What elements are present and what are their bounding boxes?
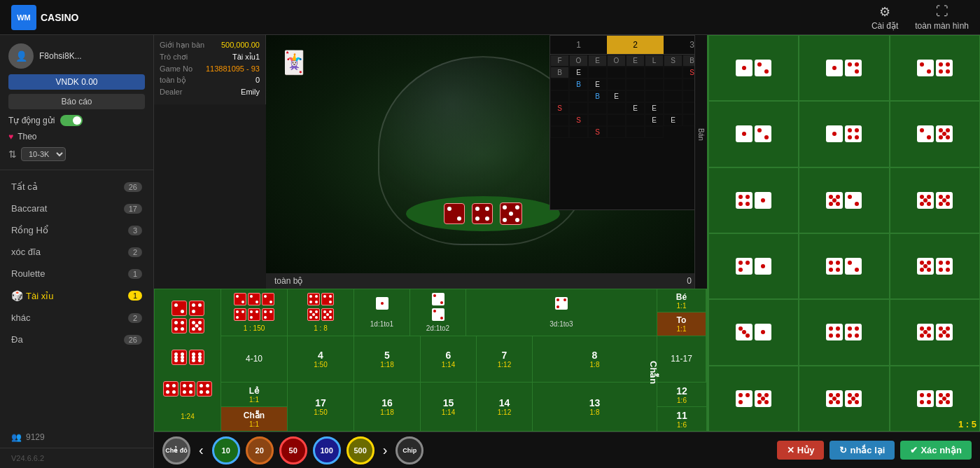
le-cell[interactable]: Lẻ 1:1 bbox=[221, 383, 287, 407]
hg-header: L bbox=[645, 55, 664, 67]
rp-cell[interactable] bbox=[799, 167, 889, 233]
combo-col-1[interactable]: 1 : 150 bbox=[221, 289, 288, 336]
cancel-button[interactable]: ✕ Hủy bbox=[777, 441, 825, 460]
nav-badge: 1 bbox=[128, 291, 142, 301]
chip-display[interactable]: Chip bbox=[396, 436, 424, 464]
chan-detection: Chẵn bbox=[648, 361, 659, 384]
hg-header: O bbox=[569, 55, 588, 67]
num-4[interactable]: 4 1:50 bbox=[288, 336, 354, 383]
num-17[interactable]: 17 1:50 bbox=[288, 383, 354, 431]
rp-cell[interactable] bbox=[799, 101, 889, 167]
history-tab-1[interactable]: 1 bbox=[550, 36, 607, 54]
die-dot bbox=[515, 205, 519, 209]
hg-cell bbox=[550, 90, 569, 102]
rp-cell[interactable] bbox=[708, 101, 799, 167]
to-cell[interactable]: To 1:1 bbox=[657, 312, 706, 335]
num-12[interactable]: 12 1:6 bbox=[657, 383, 706, 407]
combo-col-5[interactable]: 3d:1to3 bbox=[466, 289, 657, 336]
combo-col-4[interactable]: 2d:1to2 bbox=[410, 289, 466, 336]
chip-20[interactable]: 20 bbox=[246, 436, 274, 464]
range1-label: 4-10 bbox=[246, 354, 262, 364]
die-dot bbox=[485, 216, 489, 221]
rp-cell[interactable] bbox=[890, 299, 980, 365]
right-panel bbox=[707, 35, 980, 432]
num-14[interactable]: 14 1:12 bbox=[477, 383, 533, 431]
chip-500[interactable]: 500 bbox=[346, 436, 374, 464]
balance-button[interactable]: VNDK 0.00 bbox=[8, 74, 145, 90]
repeat-button[interactable]: ↻ nhắc lại bbox=[830, 441, 895, 460]
rp-ratio: 1 : 5 bbox=[958, 419, 976, 429]
sidebar-item-baccarat[interactable]: Baccarat 17 bbox=[0, 198, 153, 219]
rp-cell[interactable] bbox=[799, 366, 889, 432]
settings-button[interactable]: ⚙ Cài đặt bbox=[872, 4, 898, 31]
users-icon: 👥 bbox=[11, 432, 22, 442]
chip-prev[interactable]: ‹ bbox=[196, 439, 206, 461]
sidebar-item-xocdia[interactable]: xóc đĩa 2 bbox=[0, 241, 153, 263]
die-dot bbox=[503, 218, 507, 222]
combo-col-2[interactable]: 1 : 8 bbox=[288, 289, 354, 336]
chip-10[interactable]: 10 bbox=[212, 436, 240, 464]
logo-text: CASINO bbox=[41, 12, 78, 23]
taixiu-icon: 🎲 bbox=[11, 290, 23, 301]
sort-select[interactable]: 10-3K bbox=[21, 147, 66, 161]
chip-next[interactable]: › bbox=[380, 439, 391, 461]
num-15[interactable]: 15 1:14 bbox=[421, 383, 477, 431]
fullscreen-button[interactable]: ⛶ toàn màn hình bbox=[915, 4, 969, 31]
hg-cell: E bbox=[607, 90, 626, 102]
auto-send-toggle[interactable] bbox=[60, 115, 83, 126]
rp-cell[interactable] bbox=[708, 167, 799, 233]
chip-chedao[interactable]: Chẻ đô bbox=[162, 436, 190, 464]
die-dot bbox=[515, 218, 519, 222]
sidebar-item-khac[interactable]: khác 2 bbox=[0, 307, 153, 329]
hg-cell bbox=[664, 90, 682, 102]
sidebar-item-rongho[interactable]: Rồng Hổ 3 bbox=[0, 219, 153, 241]
confirm-button[interactable]: ✔ Xác nhận bbox=[900, 441, 972, 460]
game-value: Tài xỉu1 bbox=[232, 53, 260, 62]
num-13[interactable]: 13 1:8 bbox=[533, 383, 657, 431]
confirm-icon: ✔ bbox=[910, 445, 918, 455]
rp-cell[interactable] bbox=[708, 35, 799, 101]
rp-cell[interactable] bbox=[799, 299, 889, 365]
rp-cell[interactable] bbox=[799, 35, 889, 101]
history-tab-2[interactable]: 2 bbox=[607, 36, 664, 54]
triple-set-mid[interactable] bbox=[172, 350, 204, 365]
triple-set-bot[interactable] bbox=[163, 381, 212, 397]
rp-cell[interactable] bbox=[890, 35, 980, 101]
game-row: Trò chơi Tài xỉu1 bbox=[160, 53, 260, 62]
sidebar-item-taixiu[interactable]: 🎲 Tài xỉu 1 bbox=[0, 284, 153, 307]
hg-cell bbox=[626, 78, 645, 90]
hg-cell bbox=[645, 90, 664, 102]
be-cell[interactable]: Bé 1:1 bbox=[657, 289, 706, 312]
chip-50[interactable]: 50 bbox=[279, 436, 307, 464]
chan-ratio: 1:1 bbox=[249, 420, 259, 428]
rp-cell[interactable] bbox=[708, 366, 799, 432]
rp-cell[interactable] bbox=[890, 101, 980, 167]
nav-label: Roulette bbox=[11, 268, 45, 279]
sidebar-item-da[interactable]: Đa 26 bbox=[0, 329, 153, 350]
combo-col-3[interactable]: 1d:1to1 bbox=[354, 289, 410, 336]
num-11[interactable]: 11 1:6 bbox=[657, 407, 706, 431]
nav-label: Tài xỉu bbox=[26, 291, 53, 301]
num-7[interactable]: 7 1:12 bbox=[477, 336, 533, 383]
chip-100[interactable]: 100 bbox=[313, 436, 341, 464]
sidebar-item-roulette[interactable]: Roulette 1 bbox=[0, 263, 153, 284]
rp-cell[interactable] bbox=[890, 233, 980, 299]
num-6[interactable]: 6 1:14 bbox=[421, 336, 477, 383]
num-5[interactable]: 5 1:18 bbox=[354, 336, 421, 383]
chan-cell[interactable]: Chẵn 1:1 bbox=[221, 407, 287, 431]
hg-cell bbox=[626, 114, 645, 126]
rp-cell[interactable] bbox=[799, 233, 889, 299]
range2-cell[interactable]: 11-17 bbox=[657, 336, 706, 383]
hg-cell bbox=[607, 126, 626, 138]
triple-set-top[interactable] bbox=[172, 301, 204, 333]
sidebar-item-tatca[interactable]: Tất cả 26 bbox=[0, 176, 153, 198]
rp-cell[interactable] bbox=[890, 167, 980, 233]
triple-ratio: 1:24 bbox=[181, 413, 194, 420]
range1-cell[interactable]: 4-10 bbox=[221, 336, 288, 383]
nav-label: Rồng Hổ bbox=[11, 225, 48, 235]
num-8[interactable]: 8 1:8 bbox=[533, 336, 657, 383]
num-16[interactable]: 16 1:18 bbox=[354, 383, 421, 431]
rp-cell[interactable] bbox=[708, 233, 799, 299]
report-button[interactable]: Báo cáo bbox=[8, 94, 145, 109]
rp-cell[interactable] bbox=[708, 299, 799, 365]
